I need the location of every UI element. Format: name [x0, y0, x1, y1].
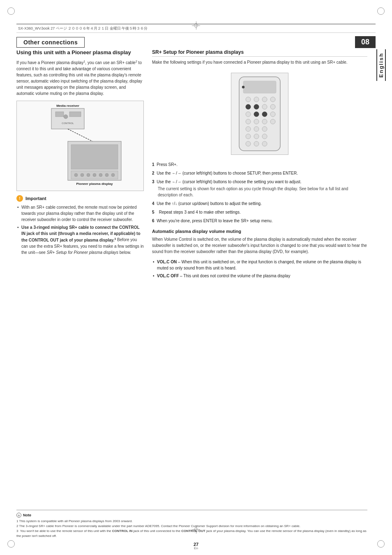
svg-rect-19 — [243, 81, 276, 93]
step-1: 1 Press SR+. — [152, 161, 367, 168]
control-out-bold: CONTROL OUT — [181, 529, 205, 533]
vol-off-label: VOL.C OFF — [157, 274, 179, 278]
svg-text:Media receiver: Media receiver — [56, 104, 79, 108]
important-box: ! Important With an SR+ cable connected,… — [16, 195, 144, 255]
left-column: Using this unit with a Pioneer plasma di… — [16, 49, 144, 530]
svg-point-33 — [254, 119, 259, 124]
svg-text:Pioneer plasma display: Pioneer plasma display — [76, 182, 113, 186]
step-1-num: 1 — [152, 162, 154, 167]
svg-text:CONTROL: CONTROL — [62, 122, 74, 124]
corner-mark-tr — [377, 7, 385, 15]
step-5-text: Repeat steps 3 and 4 to make other setti… — [159, 210, 241, 214]
svg-point-21 — [254, 97, 259, 102]
important-bullet1: With an SR+ cable connected, the remote … — [16, 204, 144, 255]
svg-point-14 — [93, 173, 96, 177]
step-2-text: Use the ←/→ (cursor left/right) buttons … — [157, 171, 298, 175]
header-bar: SX-X360_WV.book 27 ページ ２０００６年４月２１日 金曜日 午… — [16, 24, 376, 33]
important-icon: ! — [16, 195, 23, 202]
step-5: 5 Repeat steps 3 and 4 to make other set… — [152, 209, 367, 215]
sr-setup-title: SR+ Setup for Pioneer plasma displays — [152, 49, 367, 57]
svg-point-45 — [242, 86, 244, 88]
auto-bullet-1: VOL.C ON – When this unit is switched on… — [152, 259, 367, 271]
step-2: 2 Use the ←/→ (cursor left/right) button… — [152, 170, 367, 176]
svg-line-6 — [68, 129, 92, 141]
svg-point-37 — [254, 127, 259, 131]
important-bullet-2: Use a 3-ringed miniplug SR+ cable to con… — [16, 224, 144, 255]
svg-point-42 — [246, 141, 251, 146]
svg-point-28 — [246, 112, 251, 117]
svg-point-35 — [270, 119, 275, 124]
right-column: SR+ Setup for Pioneer plasma displays Ma… — [152, 49, 367, 530]
svg-point-13 — [87, 173, 90, 177]
chapter-header: Other connections 08 — [16, 36, 376, 48]
step-4: 4 Use the ↑/↓ (cursor up/down) buttons t… — [152, 200, 367, 207]
svg-point-11 — [74, 173, 78, 177]
corner-mark-bl — [7, 540, 15, 548]
step-4-num: 4 — [152, 201, 154, 206]
note-box: n Note 1 This system is compatible with … — [16, 510, 367, 539]
important-label: Important — [25, 196, 46, 201]
svg-point-23 — [270, 97, 275, 102]
note-item-1: 1 This system is compatible with all Pio… — [16, 519, 367, 524]
step-6-num: 6 — [152, 219, 154, 223]
note-item-3: 3 You won't be able to use the remote se… — [16, 529, 367, 539]
step-5-num: 5 — [152, 210, 154, 214]
svg-point-32 — [246, 119, 251, 124]
svg-point-43 — [254, 141, 259, 146]
remote-svg — [235, 75, 284, 153]
note-label: Note — [23, 513, 31, 517]
sr-setup-intro: Make the following settings if you have … — [152, 59, 367, 65]
diagram-svg: Media receiver CONTROL Pioneer plasma di… — [27, 104, 134, 187]
svg-point-44 — [262, 141, 267, 146]
vol-off-text: – This unit does not control the volume … — [179, 274, 290, 278]
step-4-text: Use the ↑/↓ (cursor up/down) buttons to … — [157, 201, 262, 206]
svg-rect-2 — [55, 112, 64, 117]
step-6-text: When you're done, press ENTER to leave t… — [157, 219, 272, 223]
left-section-title: Using this unit with a Pioneer plasma di… — [16, 49, 144, 56]
svg-point-26 — [262, 104, 267, 109]
page-sub: En — [194, 546, 198, 550]
body-text-1: If you have a Pioneer plasma display1, y… — [16, 60, 142, 96]
important-bullet-1-text: With an SR+ cable connected, the remote … — [16, 204, 144, 223]
svg-point-24 — [246, 104, 251, 109]
header-meta: SX-X360_WV.book 27 ページ ２０００６年４月２１日 金曜日 午… — [18, 26, 148, 31]
svg-point-22 — [262, 97, 267, 102]
svg-point-41 — [262, 134, 267, 139]
corner-mark-br — [377, 540, 385, 548]
svg-point-27 — [270, 104, 275, 109]
svg-point-38 — [262, 127, 267, 131]
connection-diagram: Media receiver CONTROL Pioneer plasma di… — [16, 101, 144, 191]
svg-point-15 — [99, 173, 102, 177]
left-section-body: If you have a Pioneer plasma display1, y… — [16, 60, 144, 97]
step-3: 3 Use the ←/→ (cursor left/right) button… — [152, 179, 367, 198]
step-1-text: Press SR+. — [157, 162, 178, 167]
step-3-num: 3 — [152, 180, 154, 184]
svg-point-17 — [111, 173, 115, 177]
control-in-bold: CONTROL IN — [112, 529, 133, 533]
important-header: ! Important — [16, 195, 144, 202]
svg-rect-0 — [51, 108, 84, 129]
svg-point-39 — [246, 134, 251, 139]
svg-point-16 — [105, 173, 108, 177]
corner-mark-tl — [7, 7, 15, 15]
remote-image-container — [152, 69, 367, 158]
svg-point-20 — [246, 97, 251, 102]
auto-muting-title: Automatic plasma display volume muting — [152, 229, 367, 234]
chapter-title: Other connections — [16, 37, 85, 48]
chapter-number: 08 — [355, 36, 376, 48]
svg-point-12 — [81, 173, 84, 177]
svg-point-25 — [254, 104, 259, 109]
auto-muting-intro: When Volume Control is switched on, the … — [152, 236, 367, 255]
vol-on-label: VOL.C ON — [157, 260, 177, 264]
svg-point-34 — [262, 119, 267, 124]
step-2-num: 2 — [152, 171, 154, 175]
svg-point-40 — [254, 134, 259, 139]
svg-point-3 — [64, 115, 68, 119]
note-header: n Note — [16, 513, 367, 518]
step-6: 6 When you're done, press ENTER to leave… — [152, 218, 367, 224]
auto-muting-bullets: VOL.C ON – When this unit is switched on… — [152, 259, 367, 279]
note-item-2: 2 The 3-ringed SR+ cable from Pioneer is… — [16, 524, 367, 529]
svg-point-31 — [270, 112, 275, 117]
step-3-detail: The current setting is shown for each op… — [152, 186, 367, 198]
note-icon: n — [16, 513, 21, 518]
